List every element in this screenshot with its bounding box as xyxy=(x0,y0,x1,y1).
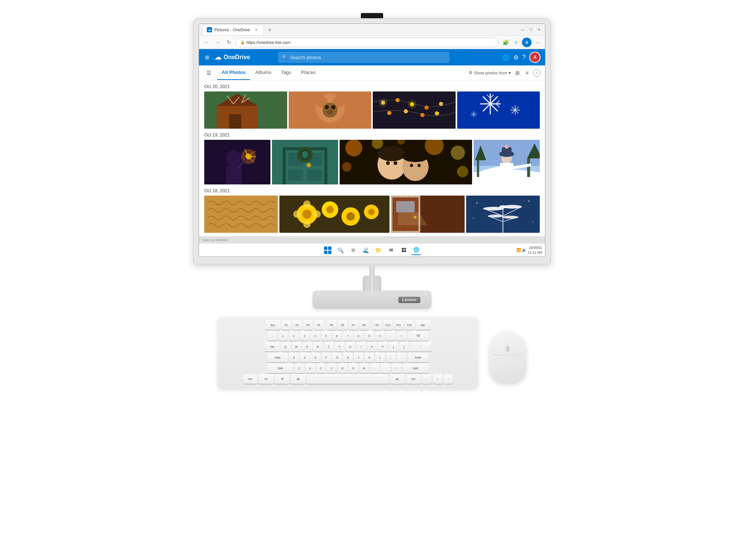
photo-snow-branches[interactable] xyxy=(466,196,540,233)
key-4[interactable]: 4 xyxy=(311,331,320,341)
taskbar-search-button[interactable]: 🔍 xyxy=(336,245,345,255)
key-equals[interactable]: = xyxy=(397,331,407,341)
key-i[interactable]: I xyxy=(356,342,366,351)
waffle-button[interactable]: ⊞ xyxy=(203,53,211,62)
new-tab-button[interactable]: + xyxy=(265,25,274,34)
key-slash[interactable]: / xyxy=(392,363,401,373)
close-button[interactable]: ✕ xyxy=(536,27,542,33)
key-lbracket[interactable]: [ xyxy=(389,342,398,351)
photo-child-bear[interactable] xyxy=(289,91,372,129)
start-button[interactable] xyxy=(323,245,333,255)
address-bar[interactable]: 🔒 https://onedrive.live.com xyxy=(235,38,499,47)
browser-taskbar-button[interactable]: 🌐 xyxy=(411,245,421,255)
tab-all-photos[interactable]: All Photos xyxy=(217,66,250,80)
key-l[interactable]: L xyxy=(375,353,385,362)
more-button[interactable]: ··· xyxy=(533,38,542,47)
key-h[interactable]: H xyxy=(343,353,353,362)
forward-button[interactable]: → xyxy=(213,38,222,47)
photo-barn[interactable] xyxy=(204,91,287,129)
key-b[interactable]: B xyxy=(338,363,347,373)
key-right-arrow[interactable]: → xyxy=(443,374,453,384)
key-9[interactable]: 9 xyxy=(365,331,374,341)
taskbar-clock[interactable]: 10/20/21 11:11 AM xyxy=(528,245,542,255)
key-f10[interactable]: F10 xyxy=(383,320,393,330)
key-w[interactable]: W xyxy=(292,342,301,351)
keyboard[interactable]: Esc F1 F2 F3 F4 F5 F6 F7 F8 F9 F10 F11 F… xyxy=(218,316,478,389)
key-t[interactable]: T xyxy=(324,342,334,351)
key-f2[interactable]: F2 xyxy=(292,320,302,330)
key-esc[interactable]: Esc xyxy=(266,320,280,330)
key-right-shift[interactable]: Shift xyxy=(403,363,429,373)
key-c[interactable]: C xyxy=(316,363,326,373)
search-box[interactable]: 🔍 Search photos xyxy=(278,52,449,63)
key-v[interactable]: V xyxy=(327,363,337,373)
tab-places[interactable]: Places xyxy=(296,66,320,80)
key-left-alt[interactable]: Alt xyxy=(291,374,306,384)
key-q[interactable]: Q xyxy=(281,342,291,351)
refresh-button[interactable]: ↻ xyxy=(224,38,233,47)
key-p[interactable]: P xyxy=(378,342,388,351)
show-photos-from-button[interactable]: ⚙ Show photos from ▾ xyxy=(469,70,511,75)
photo-winter-joy[interactable] xyxy=(474,140,540,184)
photos-button[interactable]: 🖼 xyxy=(399,245,408,255)
key-right-ctrl[interactable]: Ctrl xyxy=(406,374,421,384)
key-ctrl[interactable]: Ctrl xyxy=(243,374,258,384)
key-f[interactable]: F xyxy=(321,353,331,362)
key-d[interactable]: D xyxy=(311,353,320,362)
favorites-button[interactable]: ☆ xyxy=(512,38,520,47)
key-minus[interactable]: - xyxy=(386,331,396,341)
key-left-arrow[interactable]: ← xyxy=(422,374,432,384)
key-apostrophe[interactable]: ' xyxy=(397,353,407,362)
key-up-down-arrow[interactable]: ↑↓ xyxy=(433,374,442,384)
photo-sparkles[interactable] xyxy=(457,91,540,129)
tab-close-button[interactable]: ✕ xyxy=(254,27,259,32)
key-backtick[interactable]: ` xyxy=(267,331,277,341)
key-right-alt[interactable]: Alt xyxy=(390,374,405,384)
help-icon[interactable]: ? xyxy=(522,54,526,61)
key-win[interactable]: ⊞ xyxy=(275,374,290,384)
key-2[interactable]: 2 xyxy=(289,331,299,341)
od-profile-avatar[interactable]: A xyxy=(529,52,541,63)
key-f4[interactable]: F4 xyxy=(314,320,324,330)
key-backslash[interactable]: \ xyxy=(410,342,431,351)
key-space[interactable] xyxy=(307,374,389,384)
key-7[interactable]: 7 xyxy=(343,331,353,341)
photo-knit[interactable] xyxy=(204,196,278,233)
key-3[interactable]: 3 xyxy=(300,331,310,341)
key-f7[interactable]: F7 xyxy=(349,320,358,330)
key-f12[interactable]: F12 xyxy=(405,320,414,330)
key-o[interactable]: O xyxy=(367,342,377,351)
key-period[interactable]: . xyxy=(381,363,391,373)
key-m[interactable]: M xyxy=(359,363,369,373)
key-5[interactable]: 5 xyxy=(321,331,331,341)
extensions-button[interactable]: 🧩 xyxy=(501,38,510,47)
grid-view-button[interactable]: ⊞ xyxy=(514,68,521,77)
key-f9[interactable]: F9 xyxy=(372,320,382,330)
task-view-button[interactable]: ⧉ xyxy=(348,245,358,255)
photo-wood-door[interactable] xyxy=(391,196,465,233)
tab-tags[interactable]: Tags xyxy=(277,66,296,80)
key-e[interactable]: E xyxy=(302,342,312,351)
hamburger-button[interactable]: ☰ xyxy=(203,68,214,77)
key-1[interactable]: 1 xyxy=(278,331,288,341)
key-0[interactable]: 0 xyxy=(375,331,385,341)
key-r[interactable]: R xyxy=(313,342,323,351)
photo-teal-door[interactable] xyxy=(272,140,338,184)
profile-icon[interactable]: A xyxy=(522,38,532,47)
key-j[interactable]: J xyxy=(354,353,363,362)
key-fn[interactable]: Fn xyxy=(259,374,274,384)
key-u[interactable]: U xyxy=(346,342,355,351)
key-g[interactable]: G xyxy=(332,353,342,362)
info-button[interactable]: i xyxy=(533,69,541,77)
globe-icon[interactable]: 🌐 xyxy=(502,54,510,61)
key-f8[interactable]: F8 xyxy=(359,320,369,330)
minimize-button[interactable]: — xyxy=(520,27,526,33)
mouse[interactable] xyxy=(489,331,526,383)
key-k[interactable]: K xyxy=(365,353,374,362)
photo-flowers[interactable] xyxy=(279,196,390,233)
tab-albums[interactable]: Albums xyxy=(251,66,276,80)
photo-string-lights[interactable] xyxy=(373,91,456,129)
maximize-button[interactable]: ☐ xyxy=(528,27,534,33)
key-6[interactable]: 6 xyxy=(332,331,342,341)
key-del[interactable]: Del xyxy=(416,320,430,330)
